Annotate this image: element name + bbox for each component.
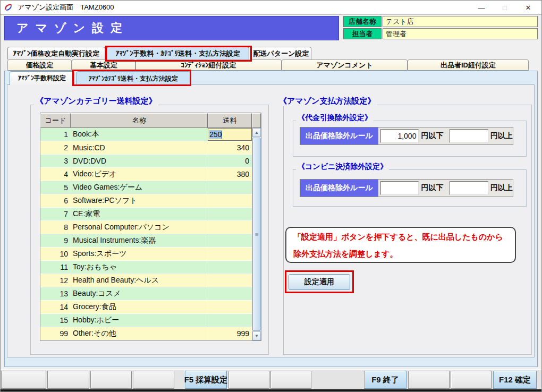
- cell-fare[interactable]: [208, 274, 252, 287]
- store-name-value[interactable]: テスト店: [383, 16, 538, 27]
- maximize-button[interactable]: □: [493, 0, 516, 15]
- table-row[interactable]: 1 Book:本 250: [40, 128, 252, 141]
- main-tab[interactable]: ｱﾏｿﾞﾝ価格改定自動実行設定: [7, 47, 105, 59]
- cell-fare[interactable]: [208, 314, 252, 327]
- sub-tab-label: ｱﾏｿﾞﾝ手数料設定: [18, 74, 66, 83]
- scrollbar-down-icon[interactable]: ▼: [252, 331, 261, 340]
- function-button[interactable]: [47, 371, 89, 389]
- main-tab-label: 配送パターン設定: [253, 49, 309, 58]
- cell-code: 8: [40, 221, 71, 234]
- cod-upper-price-input[interactable]: [450, 129, 488, 143]
- table-row[interactable]: 11 Toy:おもちゃ: [40, 261, 252, 274]
- cell-fare[interactable]: [208, 248, 252, 260]
- secondary-tab-label: 基本設定: [90, 61, 117, 70]
- minimize-button[interactable]: —: [470, 0, 493, 15]
- table-row[interactable]: 6 Software:PCソフト: [40, 194, 252, 208]
- cell-fare[interactable]: [208, 261, 252, 274]
- cell-name: Book:本: [71, 128, 208, 141]
- store-name-label: 店舗名称: [343, 16, 382, 27]
- function-button[interactable]: F12 確定: [493, 371, 537, 389]
- cell-code: 4: [40, 168, 71, 181]
- function-button[interactable]: [1, 371, 46, 389]
- function-button[interactable]: [90, 371, 132, 389]
- main-tab-label: ｱﾏｿﾞﾝ手数料・ｶﾃｺﾞﾘ送料・支払方法設定: [116, 49, 240, 58]
- cell-fare[interactable]: [208, 208, 252, 220]
- function-button[interactable]: [451, 371, 492, 389]
- table-row[interactable]: 15 Hobby:ホビー: [40, 314, 252, 327]
- cell-code: 99: [40, 327, 71, 340]
- cod-exclusion-group-title: 《代金引換除外設定》: [296, 113, 374, 123]
- secondary-tab[interactable]: ｺﾝﾃﾞｨｼｮﾝ紐付設定: [136, 59, 282, 71]
- cell-fare[interactable]: [208, 181, 252, 194]
- cell-name: Toy:おもちゃ: [71, 261, 208, 274]
- cell-fare[interactable]: 250: [208, 128, 252, 141]
- sub-tab[interactable]: ｱﾏｿﾞﾝｶﾃｺﾞﾘ送料・支払方法設定: [77, 71, 190, 86]
- cell-fare[interactable]: 0: [208, 155, 252, 167]
- cell-name: CE:家電: [71, 208, 208, 220]
- cvs-lower-price-input[interactable]: [380, 181, 419, 195]
- cell-fare[interactable]: [208, 287, 252, 300]
- table-scrollbar[interactable]: ▲ ≡ ▼: [252, 128, 261, 340]
- table-row[interactable]: 14 Grocery:食品: [40, 301, 252, 314]
- sub-tab[interactable]: ｱﾏｿﾞﾝ手数料設定: [10, 71, 74, 85]
- function-button[interactable]: [228, 371, 269, 389]
- table-row[interactable]: 10 Sports:スポーツ: [40, 248, 252, 261]
- table-row[interactable]: 7 CE:家電: [40, 208, 252, 221]
- bottom-strip: [0, 389, 542, 392]
- function-button[interactable]: [133, 371, 174, 389]
- table-row[interactable]: 9 Musical Instruments:楽器: [40, 234, 252, 248]
- close-button[interactable]: ✕: [516, 0, 540, 15]
- cell-fare[interactable]: [208, 221, 252, 234]
- column-header-spacer: [252, 113, 261, 128]
- table-row[interactable]: 13 Beauty:コスメ: [40, 287, 252, 301]
- cvs-upper-price-input[interactable]: [450, 181, 488, 195]
- cell-fare[interactable]: 999: [208, 327, 252, 340]
- function-button-label: F9 終了: [371, 375, 399, 385]
- cell-name: Software:PCソフト: [71, 194, 208, 207]
- cvs-rule-label: 出品価格除外ルール: [300, 180, 378, 197]
- function-button[interactable]: [408, 371, 450, 389]
- cell-fare[interactable]: 380: [208, 168, 252, 181]
- cell-fare[interactable]: [208, 234, 252, 247]
- cell-code: 11: [40, 261, 71, 274]
- apply-notice-box: 「設定適用」ボタンを押下すると、既に出品したものから 除外支払方法を調整します。: [285, 227, 516, 263]
- main-tabstrip: ｱﾏｿﾞﾝ価格改定自動実行設定 ｱﾏｿﾞﾝ手数料・ｶﾃｺﾞﾘ送料・支払方法設定 …: [7, 47, 311, 59]
- function-button-label: F5 採算設定: [184, 375, 228, 385]
- table-row[interactable]: 8 Personal Computer:パソコン: [40, 221, 252, 234]
- table-row[interactable]: 4 Video:ビデオ 380: [40, 168, 252, 181]
- cell-code: 5: [40, 181, 71, 194]
- main-tab[interactable]: ｱﾏｿﾞﾝ手数料・ｶﾃｺﾞﾘ送料・支払方法設定: [107, 47, 249, 59]
- scrollbar-up-icon[interactable]: ▲: [252, 128, 261, 137]
- secondary-tab[interactable]: 基本設定: [72, 59, 136, 71]
- scrollbar-thumb[interactable]: ≡: [252, 138, 261, 331]
- secondary-tab[interactable]: 価格設定: [7, 59, 72, 71]
- table-row[interactable]: 5 Video Games:ゲーム: [40, 181, 252, 194]
- sub-tab-label: ｱﾏｿﾞﾝｶﾃｺﾞﾘ送料・支払方法設定: [89, 74, 178, 83]
- payment-group-title: 《アマゾン支払方法設定》: [277, 96, 377, 106]
- function-button[interactable]: F5 採算設定: [185, 371, 227, 389]
- table-row[interactable]: 2 Music:CD 340: [40, 141, 252, 155]
- secondary-tab[interactable]: アマゾンコメント: [282, 59, 408, 71]
- cell-fare[interactable]: [208, 194, 252, 207]
- cod-lower-price-input[interactable]: 1,000: [380, 129, 419, 143]
- page-title: アマゾン設定: [4, 16, 339, 40]
- cell-code: 13: [40, 287, 71, 300]
- apply-settings-button[interactable]: 設定適用: [289, 274, 350, 290]
- titlebar: アマゾン設定画面 TAMZ0600 — □ ✕: [0, 0, 542, 15]
- secondary-tab[interactable]: 出品者ID紐付設定: [408, 59, 529, 71]
- notice-line-2: 除外支払方法を調整します。: [293, 249, 508, 259]
- function-button[interactable]: F9 終了: [364, 371, 406, 389]
- cvs-lower-suffix: 円以下: [421, 183, 443, 193]
- cell-code: 2: [40, 141, 71, 154]
- person-in-charge-value[interactable]: 管理者: [383, 28, 538, 39]
- table-row[interactable]: 12 Health and Beauty:ヘルス: [40, 274, 252, 287]
- cell-name: Hobby:ホビー: [71, 314, 208, 327]
- table-row[interactable]: 3 DVD:DVD 0: [40, 155, 252, 168]
- cvs-upper-suffix: 円以上: [490, 183, 513, 193]
- cell-fare[interactable]: [208, 301, 252, 313]
- cell-fare[interactable]: 340: [208, 141, 252, 154]
- cell-name: Health and Beauty:ヘルス: [71, 274, 208, 287]
- main-tab[interactable]: 配送パターン設定: [251, 47, 311, 59]
- table-row[interactable]: 99 Other:その他 999: [40, 327, 252, 340]
- function-button[interactable]: [270, 371, 311, 389]
